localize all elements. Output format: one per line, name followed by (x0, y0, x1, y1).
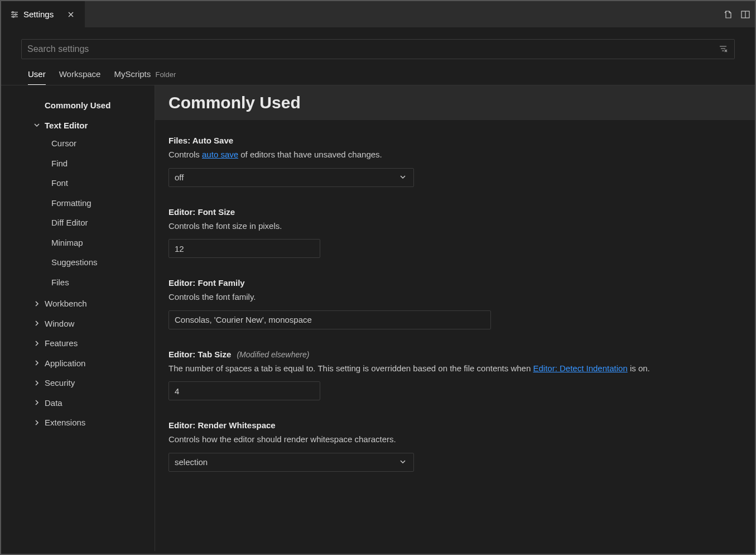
scope-tabs: User Workspace MyScripts Folder (1, 66, 755, 85)
sidebar-item-files[interactable]: Files (1, 274, 155, 291)
setting-description: Controls the font size in pixels. (168, 220, 741, 233)
sidebar-item-security[interactable]: Security (1, 375, 155, 391)
font-family-field[interactable] (175, 315, 485, 324)
svg-point-3 (12, 11, 14, 13)
select-value: selection (175, 457, 208, 467)
chevron-right-icon (32, 398, 41, 407)
auto-save-link[interactable]: auto save (202, 150, 238, 159)
chevron-down-icon (399, 458, 408, 467)
setting-title: Files: Auto Save (168, 136, 741, 145)
sidebar-item-find[interactable]: Find (1, 155, 155, 172)
scope-user[interactable]: User (28, 69, 46, 85)
chevron-right-icon (32, 319, 41, 328)
close-icon[interactable] (65, 8, 77, 21)
modified-badge: (Modified elsewhere) (237, 350, 309, 359)
search-row (1, 28, 755, 66)
setting-editor-render-whitespace: Editor: Render Whitespace Controls how t… (155, 415, 755, 486)
chevron-right-icon (32, 299, 41, 308)
split-editor-icon[interactable] (739, 8, 752, 21)
render-whitespace-select[interactable]: selection (168, 453, 414, 472)
font-family-input[interactable] (168, 310, 491, 329)
tab-settings[interactable]: Settings (1, 1, 85, 27)
search-settings-input[interactable] (21, 39, 735, 59)
clear-filter-icon[interactable] (719, 44, 729, 54)
svg-point-5 (13, 16, 15, 17)
sidebar-item-cursor[interactable]: Cursor (1, 135, 155, 152)
tab-bar: Settings (1, 1, 755, 28)
sidebar-item-text-editor[interactable]: Text Editor (1, 117, 155, 134)
setting-description: Controls how the editor should render wh… (168, 433, 741, 446)
scope-workspace[interactable]: Workspace (59, 69, 101, 84)
scope-folder[interactable]: MyScripts Folder (114, 69, 176, 84)
sidebar-item-suggestions[interactable]: Suggestions (1, 254, 155, 271)
settings-tab-icon (10, 10, 19, 19)
sidebar-item-window[interactable]: Window (1, 315, 155, 332)
tab-actions (723, 1, 755, 27)
section-header: Commonly Used (155, 85, 755, 120)
font-size-input[interactable] (168, 239, 320, 258)
sidebar-item-extensions[interactable]: Extensions (1, 414, 155, 431)
sidebar-item-features[interactable]: Features (1, 335, 155, 352)
sidebar-item-formatting[interactable]: Formatting (1, 195, 155, 212)
sidebar-item-data[interactable]: Data (1, 395, 155, 412)
chevron-right-icon (32, 379, 41, 387)
setting-description: The number of spaces a tab is equal to. … (168, 362, 741, 375)
tab-size-field[interactable] (175, 386, 314, 396)
setting-title: Editor: Font Size (168, 207, 741, 217)
auto-save-select[interactable]: off (168, 168, 414, 187)
scope-folder-name: MyScripts (114, 69, 151, 79)
scope-folder-suffix: Folder (155, 70, 176, 79)
setting-editor-tab-size: Editor: Tab Size (Modified elsewhere) Th… (155, 344, 755, 415)
chevron-down-icon (399, 173, 408, 182)
sidebar-item-commonly-used[interactable]: Commonly Used (1, 97, 155, 114)
detect-indentation-link[interactable]: Editor: Detect Indentation (533, 363, 627, 373)
section-title: Commonly Used (168, 93, 741, 112)
settings-tree: Commonly Used Text Editor Cursor Find Fo… (1, 85, 155, 551)
setting-description: Controls auto save of editors that have … (168, 149, 741, 161)
sidebar-item-font[interactable]: Font (1, 175, 155, 192)
chevron-right-icon (32, 339, 41, 348)
tab-label: Settings (23, 9, 54, 19)
sidebar-item-workbench[interactable]: Workbench (1, 295, 155, 312)
chevron-right-icon (32, 418, 41, 427)
font-size-field[interactable] (175, 244, 314, 253)
chevron-down-icon (32, 121, 41, 130)
setting-files-auto-save: Files: Auto Save Controls auto save of e… (155, 130, 755, 202)
tab-size-input[interactable] (168, 381, 320, 400)
setting-description: Controls the font family. (168, 291, 741, 304)
svg-point-4 (15, 13, 17, 15)
setting-title: Editor: Font Family (168, 278, 741, 288)
sidebar-item-minimap[interactable]: Minimap (1, 235, 155, 251)
sidebar-item-application[interactable]: Application (1, 355, 155, 372)
open-settings-json-icon[interactable] (723, 8, 735, 21)
setting-title: Editor: Tab Size (Modified elsewhere) (168, 350, 741, 359)
setting-title: Editor: Render Whitespace (168, 420, 741, 430)
setting-editor-font-size: Editor: Font Size Controls the font size… (155, 202, 755, 273)
chevron-right-icon (32, 358, 41, 367)
search-field[interactable] (27, 44, 719, 54)
sidebar-item-diff-editor[interactable]: Diff Editor (1, 214, 155, 231)
settings-content: Commonly Used Files: Auto Save Controls … (155, 85, 755, 551)
setting-editor-font-family: Editor: Font Family Controls the font fa… (155, 272, 755, 344)
select-value: off (175, 173, 184, 182)
